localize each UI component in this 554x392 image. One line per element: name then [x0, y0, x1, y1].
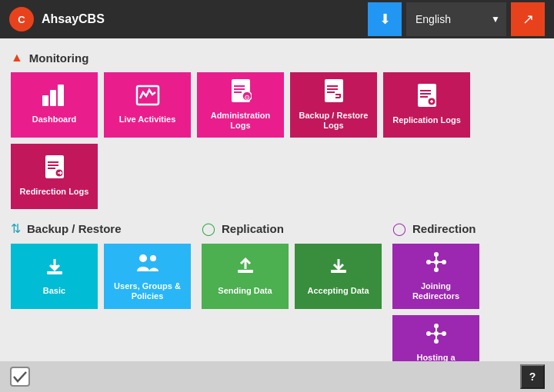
svg-rect-24	[47, 271, 62, 274]
svg-rect-6	[234, 88, 245, 90]
hosting-redirector-icon	[424, 323, 449, 348]
svg-rect-17	[420, 96, 428, 98]
logout-icon: ↗	[522, 11, 534, 28]
svg-rect-20	[48, 161, 58, 163]
monitoring-label: Monitoring	[29, 51, 88, 65]
help-label: ?	[529, 370, 536, 383]
tile-sending-data[interactable]: Sending Data	[202, 244, 289, 309]
svg-rect-7	[234, 91, 242, 93]
redirection-icon-header: ◯	[392, 221, 406, 236]
app-logo: C	[9, 7, 34, 32]
logout-button[interactable]: ↗	[511, 2, 545, 36]
replication-icon: ◯	[202, 221, 215, 236]
language-select[interactable]: English	[406, 2, 506, 36]
users-groups-label: Users, Groups & Policies	[110, 281, 185, 301]
joining-redirectors-label: Joining Redirectors	[399, 281, 473, 301]
joining-redirectors-icon	[424, 251, 449, 277]
download-icon: ⬇	[379, 11, 391, 28]
monitoring-icon: ▲	[11, 51, 23, 65]
svg-point-39	[442, 260, 446, 264]
svg-rect-1	[50, 90, 56, 106]
svg-point-38	[426, 260, 431, 264]
svg-rect-13	[327, 91, 335, 93]
download-button[interactable]: ⬇	[368, 2, 402, 36]
svg-rect-11	[327, 85, 338, 87]
footer: ?	[0, 361, 554, 392]
backup-label: Backup / Restore	[27, 222, 122, 235]
svg-point-25	[139, 254, 147, 262]
replication-section-header: ◯ Replication Sending Data	[202, 218, 386, 361]
hosting-redirector-label: Hosting a Redirector	[399, 353, 473, 361]
administration-logs-label: Administration Logs	[203, 111, 278, 131]
header-left: C AhsayCBS	[9, 7, 105, 32]
monitoring-tiles: Dashboard Live Activities ⚙	[11, 72, 543, 209]
sending-data-label: Sending Data	[218, 286, 272, 296]
svg-rect-63	[11, 367, 29, 386]
backup-section-header: ⇅ Backup / Restore Basic	[11, 218, 195, 361]
replication-logs-label: Replication Logs	[392, 115, 461, 125]
live-activities-icon	[135, 85, 160, 110]
tile-basic-backup[interactable]: Basic	[11, 244, 98, 309]
svg-rect-16	[420, 93, 431, 95]
tile-redirection-logs[interactable]: Redirection Logs	[11, 144, 98, 209]
svg-rect-15	[420, 90, 431, 91]
language-selector-wrapper: English ▼	[406, 2, 506, 36]
svg-rect-2	[58, 85, 64, 106]
svg-rect-10	[325, 79, 343, 102]
redirection-logs-label: Redirection Logs	[20, 187, 89, 197]
tile-accepting-data[interactable]: Accepting Data	[295, 244, 382, 309]
svg-rect-3	[137, 86, 159, 105]
footer-checkbox-area	[9, 366, 31, 387]
svg-point-48	[442, 331, 446, 336]
basic-backup-label: Basic	[43, 286, 65, 296]
backup-restore-logs-label: Backup / Restore Logs	[296, 111, 371, 131]
replication-label: Replication	[222, 222, 284, 235]
svg-rect-12	[327, 88, 338, 90]
svg-point-36	[434, 252, 439, 257]
dashboard-icon	[42, 85, 67, 110]
tile-users-groups[interactable]: Users, Groups & Policies	[104, 244, 191, 309]
redirection-label: Redirection	[412, 222, 476, 235]
svg-point-31	[434, 260, 439, 264]
svg-point-47	[426, 331, 431, 336]
svg-point-26	[150, 255, 156, 261]
svg-rect-22	[48, 168, 55, 169]
main-content: ▲ Monitoring Dashboard Live Activi	[0, 38, 554, 361]
administration-logs-icon: ⚙	[230, 79, 252, 106]
tile-backup-restore-logs[interactable]: Backup / Restore Logs	[290, 72, 377, 138]
monitoring-section-header: ▲ Monitoring	[11, 51, 543, 65]
svg-point-40	[434, 331, 439, 336]
svg-point-46	[434, 339, 439, 344]
backup-restore-logs-icon	[323, 79, 345, 106]
accepting-data-label: Accepting Data	[307, 286, 369, 296]
tile-joining-redirectors[interactable]: Joining Redirectors	[392, 244, 479, 309]
redirection-section-header: ◯ Redirection	[392, 218, 554, 361]
backup-icon: ⇅	[11, 221, 21, 236]
svg-rect-21	[48, 164, 58, 166]
svg-text:⚙: ⚙	[244, 94, 250, 101]
accepting-data-icon	[328, 256, 349, 281]
dashboard-label: Dashboard	[32, 115, 76, 125]
svg-rect-27	[238, 270, 253, 273]
replication-logs-icon	[416, 84, 438, 111]
tile-administration-logs[interactable]: ⚙ Administration Logs	[197, 72, 284, 138]
svg-rect-5	[234, 85, 245, 87]
help-button[interactable]: ?	[520, 364, 545, 389]
tile-live-activities[interactable]: Live Activities	[104, 72, 191, 138]
tile-dashboard[interactable]: Dashboard	[11, 72, 98, 138]
tile-hosting-redirector[interactable]: Hosting a Redirector	[392, 315, 479, 361]
svg-point-37	[434, 267, 439, 272]
redirection-logs-icon	[44, 155, 65, 182]
svg-rect-0	[42, 95, 48, 106]
header: C AhsayCBS ⬇ English ▼ ↗	[0, 0, 554, 38]
tile-replication-logs[interactable]: Replication Logs	[383, 72, 470, 138]
users-groups-icon	[135, 251, 160, 277]
sending-data-icon	[235, 256, 256, 281]
svg-point-45	[434, 324, 439, 328]
live-activities-label: Live Activities	[119, 115, 176, 125]
header-right: ⬇ English ▼ ↗	[368, 2, 545, 36]
app-title: AhsayCBS	[42, 12, 105, 26]
basic-backup-icon	[44, 256, 65, 281]
